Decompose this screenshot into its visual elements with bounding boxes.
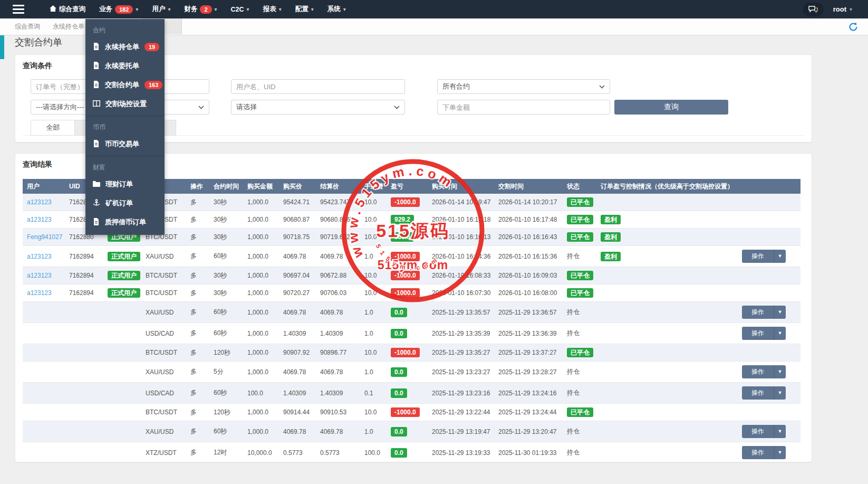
action-dropdown-toggle[interactable]: ▼ xyxy=(774,250,786,263)
order-amount-input[interactable] xyxy=(437,100,610,115)
cell-period: 5分 xyxy=(209,362,243,383)
column-header: 状态 xyxy=(563,179,596,194)
file-icon xyxy=(93,62,100,69)
cell-pnl: -1000.0 xyxy=(387,267,428,284)
user-link[interactable]: a123123 xyxy=(27,198,52,206)
cell-status: 持仓 xyxy=(563,362,596,383)
nav-item-reports[interactable]: 报表▾ xyxy=(263,5,282,14)
user-menu[interactable]: root ▾ xyxy=(833,5,852,13)
username-uid-input[interactable] xyxy=(231,79,405,94)
cell-actions xyxy=(734,194,801,211)
nav-item-system[interactable]: 系统▾ xyxy=(327,5,346,14)
chat-icon[interactable] xyxy=(803,3,824,16)
menu-item-label: 交割合约单 xyxy=(105,80,139,90)
pnl-badge: 0.0 xyxy=(391,448,407,458)
status-badge: 已平仓 xyxy=(567,271,593,280)
folder-icon xyxy=(93,181,100,187)
cell-pnl-control xyxy=(596,362,734,383)
cell-buy-price: 90680.87 xyxy=(279,211,316,229)
action-button[interactable]: 操作▼ xyxy=(742,306,786,319)
top-navbar: 综合查询业务182▾用户▾财务2▾C2C▾报表▾配置▾系统▾ root ▾ xyxy=(0,0,868,18)
search-button[interactable]: 查询 xyxy=(614,100,728,115)
anchor-icon xyxy=(93,199,100,206)
cell-contract: XAU/USD xyxy=(141,421,186,442)
cell-buy-time: 2026-01-10 16:07:30 xyxy=(428,284,494,302)
hamburger-menu-icon[interactable] xyxy=(6,0,31,18)
nav-item-config[interactable]: 配置▾ xyxy=(295,5,314,14)
nav-item-c2c[interactable]: C2C▾ xyxy=(231,6,249,13)
refresh-icon[interactable] xyxy=(848,22,859,32)
cell-uid: 7162894 xyxy=(65,267,103,284)
pnl-badge: -1000.0 xyxy=(391,197,420,207)
action-button[interactable]: 操作▼ xyxy=(742,386,786,400)
menu-item-wealth-orders[interactable]: 理财订单 xyxy=(85,175,165,194)
action-button[interactable]: 操作▼ xyxy=(742,446,786,459)
action-dropdown-toggle[interactable]: ▼ xyxy=(774,446,786,459)
chevron-down-icon: ▾ xyxy=(343,6,346,12)
cell-pnl-control xyxy=(596,323,734,344)
menu-item-badge: 19 xyxy=(144,43,159,51)
action-dropdown-toggle[interactable]: ▼ xyxy=(774,365,786,378)
menu-item-pledge-loan-orders[interactable]: 质押借币订单 xyxy=(85,213,165,232)
nav-item-users[interactable]: 用户▾ xyxy=(152,5,170,14)
status-badge: 已平仓 xyxy=(567,348,593,357)
pnl-badge: -1000.0 xyxy=(391,348,420,357)
cell-buy-time: 2025-11-29 13:23:16 xyxy=(428,383,494,404)
column-header: 购买价 xyxy=(279,179,316,194)
cell-pnl: -1000.0 xyxy=(387,344,428,362)
cell-buy-time: 2026-01-10 16:08:33 xyxy=(428,267,494,284)
cell-pnl: -1000.0 xyxy=(387,194,428,211)
action-dropdown-toggle[interactable]: ▼ xyxy=(774,386,786,400)
menu-item-spot-trade-orders[interactable]: 币币交易单 xyxy=(85,135,165,154)
action-button[interactable]: 操作▼ xyxy=(742,250,786,263)
cell-status: 已平仓 xyxy=(563,344,596,362)
tab-perpetual-positions[interactable]: 永续持仓单 xyxy=(49,18,89,34)
menu-item-perpetual-position-orders[interactable]: 永续持仓单19 xyxy=(85,37,165,56)
cell-contract: XTZ/USDT xyxy=(141,442,186,463)
menu-item-icon xyxy=(93,199,100,208)
nav-item-overview[interactable]: 综合查询 xyxy=(50,5,85,14)
cell-actions: 操作▼ xyxy=(734,383,801,404)
cell-user-type xyxy=(103,362,141,383)
cell-actions xyxy=(734,229,801,246)
action-button[interactable]: 操作▼ xyxy=(742,425,786,438)
tab-overview[interactable]: 综合查询 xyxy=(11,18,44,34)
pnl-badge: 0.0 xyxy=(391,427,407,436)
nav-item-finance[interactable]: 财务2▾ xyxy=(184,5,217,14)
cell-user xyxy=(23,421,65,442)
menu-item-delivery-control-settings[interactable]: 交割场控设置 xyxy=(85,94,165,113)
user-link[interactable]: a123123 xyxy=(27,289,52,297)
cell-settle-price: 1.40309 xyxy=(316,323,360,344)
action-dropdown-toggle[interactable]: ▼ xyxy=(774,306,786,319)
menu-divider xyxy=(85,116,165,116)
contract-select[interactable]: 所有合约 xyxy=(437,79,610,94)
cell-pnl-control xyxy=(596,383,734,404)
cell-pnl-control: 盈利 xyxy=(596,246,734,267)
menu-item-perpetual-entrust-orders[interactable]: 永续委托单 xyxy=(85,56,165,75)
tab-all[interactable]: 全部 xyxy=(31,120,75,136)
cell-actions xyxy=(734,404,801,421)
user-link[interactable]: Feng941027 xyxy=(27,233,62,241)
column-header: 盈亏 xyxy=(387,179,428,194)
action-button[interactable]: 操作▼ xyxy=(742,327,786,340)
chevron-down-icon: ▾ xyxy=(168,6,170,12)
cell-pnl-control xyxy=(596,302,734,323)
cell-user xyxy=(23,383,65,404)
cell-amount: 1,000.0 xyxy=(243,229,279,246)
user-link[interactable]: a123123 xyxy=(27,216,52,223)
user-link[interactable]: a123123 xyxy=(27,272,52,279)
column-header: 合约时间 xyxy=(209,179,243,194)
status-badge: 已平仓 xyxy=(567,232,593,242)
action-button[interactable]: 操作▼ xyxy=(742,365,786,378)
cell-fee: 0.1 xyxy=(360,383,387,404)
cell-buy-time: 2025-11-29 13:22:44 xyxy=(428,404,494,421)
nav-item-business[interactable]: 业务182▾ xyxy=(99,5,138,14)
status-select[interactable]: 请选择 xyxy=(231,100,405,115)
user-link[interactable]: a123123 xyxy=(27,253,52,260)
cell-pnl: 0.0 xyxy=(387,302,428,323)
action-dropdown-toggle[interactable]: ▼ xyxy=(774,327,786,340)
action-dropdown-toggle[interactable]: ▼ xyxy=(774,425,786,438)
menu-item-miner-orders[interactable]: 矿机订单 xyxy=(85,194,165,213)
cell-actions xyxy=(734,267,801,284)
menu-item-delivery-contract-orders[interactable]: 交割合约单163 xyxy=(85,75,165,94)
